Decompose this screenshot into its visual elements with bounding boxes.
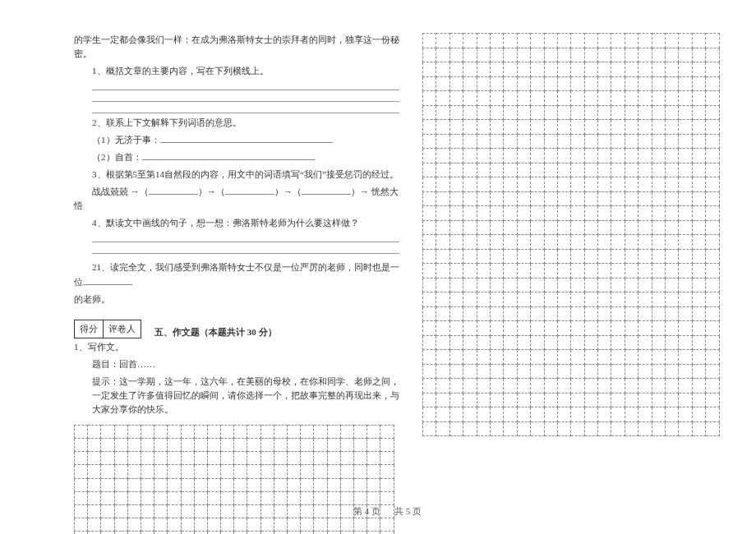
q2a-label: （1）无济于事： [92,135,160,145]
q3-seg-c: ）→（ [274,186,302,196]
reviewer-label: 评卷人 [104,320,141,338]
question-3-line: 战战兢兢 →（）→（）→（）→ 恍然大悟 [74,185,399,213]
q3-seg-a: 战战兢兢 →（ [92,186,149,196]
section-title: 五、作文题（本题共计 30 分） [154,326,277,338]
question-4: 4、默读文中画线的句子，想一想：弗洛斯特老师为什么要这样做？ [74,216,399,230]
answer-line[interactable] [92,93,399,102]
answer-blank[interactable] [142,150,315,160]
question-3: 3、根据第5至第14自然段的内容，用文中的词语填写“我们”接受惩罚的经过。 [74,168,399,182]
footer-page-current: 第 4 页 [353,505,380,518]
answer-line[interactable] [92,245,399,254]
question-21: 21、读完全文，我们感受到弗洛斯特女士不仅是一位严厉的老师，同时也是一位 [74,260,399,288]
section-header-row: 得分 评卷人 五、作文题（本题共计 30 分） [74,320,399,338]
question-1: 1、概括文章的主要内容，写在下列横线上。 [74,64,399,78]
answer-blank[interactable] [83,275,132,285]
answer-blank[interactable] [225,185,274,195]
answer-line[interactable] [92,233,399,242]
answer-blank[interactable] [149,185,198,195]
essay-writing-grid-right[interactable] [422,33,720,436]
score-box: 得分 评卷人 [74,320,141,338]
q3-seg-b: ）→（ [198,186,225,196]
answer-line[interactable] [92,81,399,90]
right-column [422,33,723,534]
answer-line[interactable] [92,104,399,113]
intro-continuation: 的学生一定都会像我们一样：在成为弗洛斯特女士的崇拜者的同时，独享这一份秘密。 [74,33,399,61]
essay-question: 1、写作文。 [74,340,399,354]
left-column: 的学生一定都会像我们一样：在成为弗洛斯特女士的崇拜者的同时，独享这一份秘密。 1… [74,33,399,534]
essay-writing-grid-left[interactable] [74,425,394,534]
answer-blank[interactable] [302,185,351,195]
question-2: 2、联系上下文解释下列词语的意思。 [74,116,399,130]
question-2b: （2）自首： [92,150,399,164]
footer-page-total: 共 5 页 [394,505,422,518]
score-label: 得分 [75,320,104,338]
question-2a: （1）无济于事： [92,133,399,147]
q21-text-b: 的老师。 [74,292,399,306]
essay-hint: 提示：这一学期，这一年，这六年，在美丽的母校，在你和同学、老师之间，一定发生了许… [92,375,399,417]
q2b-label: （2）自首： [92,152,142,162]
essay-topic: 题目：回首…… [92,357,399,371]
answer-blank[interactable] [160,133,333,143]
